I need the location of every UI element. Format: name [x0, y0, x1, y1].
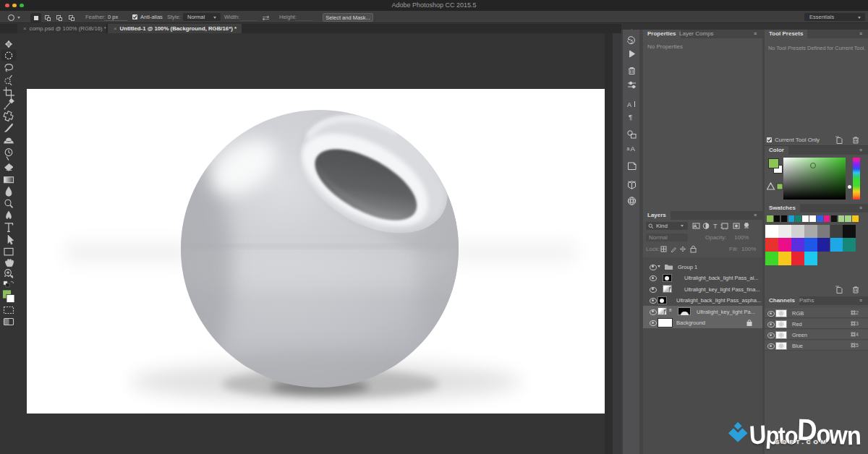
- svg-text:A: A: [631, 145, 636, 153]
- svg-text:¶: ¶: [629, 113, 632, 121]
- svg-text:A: A: [627, 101, 631, 108]
- svg-text:5: 5: [631, 39, 634, 44]
- svg-text:a: a: [627, 146, 630, 151]
- svg-text:T: T: [713, 223, 718, 230]
